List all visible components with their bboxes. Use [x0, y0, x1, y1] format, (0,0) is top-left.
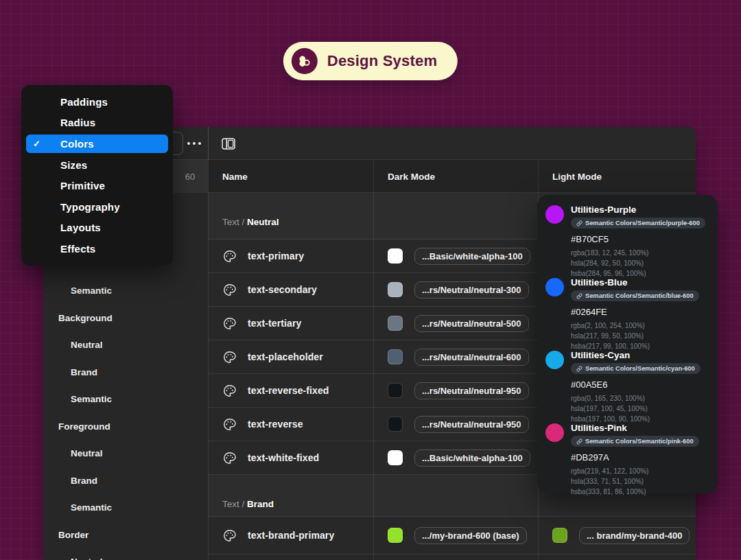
sidebar-item-neutral-6[interactable]: Neutral — [71, 447, 103, 460]
color-circle — [545, 205, 564, 224]
alias-pill[interactable]: ...rs/Neutral/neutral-950 — [414, 382, 529, 399]
link-icon — [576, 439, 583, 445]
variable-name: text-reverse — [248, 419, 303, 430]
color-circle — [545, 423, 564, 442]
alias-pill[interactable]: ...rs/Neutral/neutral-500 — [414, 315, 529, 332]
variable-value[interactable]: ...rs/Neutral/neutral-300 — [388, 281, 529, 299]
name-cell[interactable]: text-tertiary — [208, 307, 373, 340]
alias-pill[interactable]: ...Basic/white-alpha-100 — [414, 248, 530, 265]
alias-pill[interactable]: ...rs/Neutral/neutral-600 — [414, 349, 529, 366]
name-cell[interactable]: text-primary — [208, 240, 373, 272]
alias-pill[interactable]: ... brand/my-brand-400 — [579, 527, 690, 544]
menu-item-label: Sizes — [60, 159, 87, 171]
color-name: Utilities-Purple — [571, 204, 705, 215]
alias-path: Semantic Colors/Semantic/cyan-600 — [585, 365, 695, 372]
name-cell[interactable]: text-secondary — [208, 273, 373, 306]
menu-item-sizes[interactable]: Sizes — [21, 154, 173, 176]
variable-value[interactable]: ...rs/Neutral/neutral-500 — [388, 315, 529, 332]
column-header-dark-mode: Dark Mode — [388, 160, 435, 193]
alias-badge[interactable]: Semantic Colors/Semantic/pink-600 — [571, 436, 699, 447]
color-swatch[interactable] — [388, 528, 403, 543]
variable-row-text-brand-primary[interactable]: text-brand-primary.../my-brand-600 (base… — [208, 517, 696, 555]
sidebar-item-semantic-0[interactable]: Semantic — [71, 284, 112, 298]
menu-item-label: Effects — [60, 243, 95, 255]
light-mode-cell[interactable]: ... brand/my-brand-400 — [538, 517, 696, 554]
alias-badge[interactable]: Semantic Colors/Semantic/cyan-600 — [571, 363, 701, 374]
link-icon — [576, 366, 583, 372]
rgba-value: rgba(2, 100, 254, 100%) — [571, 320, 699, 331]
alias-pill[interactable]: .../my-brand-600 (base) — [414, 527, 527, 544]
color-swatch[interactable] — [388, 282, 403, 297]
menu-item-primitive[interactable]: Primitive — [21, 175, 173, 196]
dark-mode-cell[interactable]: .../my-brand-600 (base) — [373, 517, 538, 554]
color-swatch[interactable] — [388, 316, 403, 331]
variable-name: text-brand-primary — [248, 530, 334, 541]
color-swatch[interactable] — [388, 417, 403, 432]
dark-mode-cell[interactable]: ...Basic/white-alpha-100 — [373, 240, 538, 272]
more-options-button[interactable] — [183, 132, 205, 154]
name-cell[interactable]: text-reverse-fixed — [208, 374, 373, 407]
rgba-value: rgba(183, 12, 245, 100%) — [571, 248, 705, 258]
menu-item-label: Colors — [60, 138, 94, 150]
menu-item-typography[interactable]: Typography — [21, 196, 173, 218]
color-swatch[interactable] — [388, 450, 403, 465]
menu-item-layouts[interactable]: Layouts — [21, 218, 173, 239]
variable-value[interactable]: ...rs/Neutral/neutral-950 — [388, 382, 529, 399]
color-swatch[interactable] — [388, 349, 403, 364]
color-swatch[interactable] — [388, 248, 403, 264]
design-system-badge: Design System — [283, 42, 458, 80]
sidebar-item-brand-7[interactable]: Brand — [71, 474, 97, 488]
hsba-value: hsba(333, 81, 86, 100%) — [571, 487, 699, 497]
menu-item-colors[interactable]: ✓Colors — [21, 133, 173, 154]
selected-item-highlight — [26, 135, 168, 153]
sidebar-item-foreground-5[interactable]: Foreground — [58, 420, 110, 434]
color-entry-utilities-blue: Utilities-BlueSemantic Colors/Semantic/b… — [545, 277, 712, 351]
dark-mode-cell[interactable]: ...rs/Neutral/neutral-950 — [373, 408, 538, 441]
variable-value[interactable]: ... brand/my-brand-400 — [552, 527, 690, 544]
sidebar-item-semantic-8[interactable]: Semantic — [71, 501, 112, 515]
name-cell[interactable]: text-reverse — [208, 408, 373, 441]
color-swatch[interactable] — [388, 383, 403, 398]
palette-icon — [222, 350, 237, 364]
color-circle — [545, 351, 564, 369]
alias-path: Semantic Colors/Semantic/blue-600 — [585, 292, 694, 299]
palette-icon — [222, 384, 237, 398]
alias-pill[interactable]: ...rs/Neutral/neutral-950 — [414, 416, 529, 433]
link-icon — [576, 220, 583, 226]
variable-count: 60 — [172, 160, 208, 193]
dark-mode-cell[interactable]: ...rs/Neutral/neutral-950 — [373, 374, 538, 407]
variable-value[interactable]: ...rs/Neutral/neutral-600 — [388, 349, 529, 366]
color-name: Utilities-Cyan — [571, 349, 701, 361]
palette-icon — [222, 528, 237, 543]
sidebar-item-neutral-10[interactable]: Neutral — [71, 555, 103, 560]
variable-value[interactable]: .../my-brand-600 (base) — [388, 527, 527, 544]
sidebar-item-neutral-2[interactable]: Neutral — [71, 338, 103, 352]
sidebar-item-semantic-4[interactable]: Semantic — [71, 393, 112, 406]
sidebar-item-border-9[interactable]: Border — [58, 528, 89, 542]
name-cell[interactable]: text-placeholder — [208, 340, 373, 373]
sidebar-item-background-1[interactable]: Background — [58, 312, 113, 325]
variable-value[interactable]: ...Basic/white-alpha-100 — [388, 450, 530, 467]
alias-badge[interactable]: Semantic Colors/Semantic/blue-600 — [571, 290, 699, 301]
sidebar-item-brand-3[interactable]: Brand — [71, 366, 97, 380]
menu-item-radius[interactable]: Radius — [21, 113, 173, 134]
color-swatch[interactable] — [552, 528, 567, 543]
checkmark-icon: ✓ — [33, 139, 44, 149]
hex-value: #B70CF5 — [571, 234, 705, 245]
palette-icon — [222, 451, 237, 465]
dark-mode-cell[interactable]: ...rs/Neutral/neutral-300 — [373, 273, 538, 306]
dark-mode-cell[interactable]: ...Basic/white-alpha-100 — [373, 441, 538, 474]
name-cell[interactable]: text-brand-primary — [208, 517, 373, 554]
column-divider — [373, 160, 374, 560]
menu-item-paddings[interactable]: Paddings — [21, 91, 173, 113]
menu-item-effects[interactable]: Effects — [21, 238, 173, 259]
dark-mode-cell[interactable]: ...rs/Neutral/neutral-500 — [373, 307, 538, 340]
dark-mode-cell[interactable]: ...rs/Neutral/neutral-600 — [373, 340, 538, 373]
variable-value[interactable]: ...rs/Neutral/neutral-950 — [388, 416, 529, 433]
alias-badge[interactable]: Semantic Colors/Semantic/purple-600 — [571, 218, 705, 229]
toggle-sidebar-button[interactable] — [217, 132, 239, 154]
variable-value[interactable]: ...Basic/white-alpha-100 — [388, 248, 530, 265]
alias-pill[interactable]: ...rs/Neutral/neutral-300 — [414, 281, 529, 299]
name-cell[interactable]: text-white-fixed — [208, 441, 373, 474]
alias-pill[interactable]: ...Basic/white-alpha-100 — [414, 450, 530, 467]
